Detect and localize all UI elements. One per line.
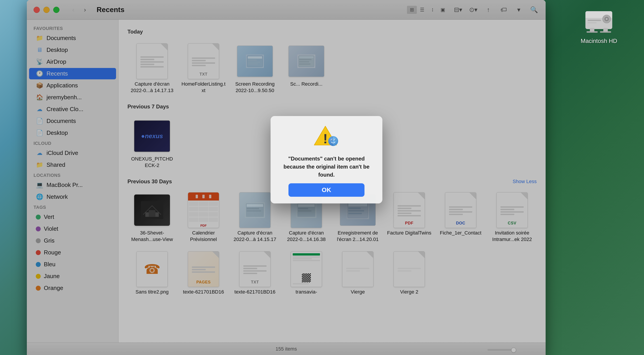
svg-point-53 bbox=[332, 140, 332, 140]
svg-rect-10 bbox=[586, 31, 598, 33]
svg-rect-11 bbox=[600, 31, 611, 33]
modal-overlay: ! bbox=[27, 0, 546, 355]
modal-message: "Documents" can't be opened because the … bbox=[280, 155, 374, 179]
svg-point-5 bbox=[606, 18, 608, 20]
modal-dialog: ! bbox=[270, 116, 382, 204]
finder-window: ‹ › Recents ⊞ ☰ ⫶ ▣ ⊟▾ ⊙▾ ↑ 🏷 ▾ 🔍 Favour… bbox=[27, 0, 546, 355]
modal-warning-icon: ! bbox=[313, 125, 340, 150]
hd-icon-image bbox=[581, 4, 617, 36]
hd-label: Macintosh HD bbox=[581, 38, 617, 44]
macintosh-hd-icon[interactable]: Macintosh HD bbox=[581, 4, 617, 44]
modal-ok-button[interactable]: OK bbox=[288, 183, 364, 197]
svg-text:!: ! bbox=[323, 131, 328, 146]
modal-title-text: "Documents" can't be opened because the … bbox=[284, 156, 370, 178]
svg-rect-6 bbox=[588, 20, 601, 21]
svg-point-54 bbox=[334, 140, 336, 140]
svg-rect-7 bbox=[588, 22, 596, 23]
